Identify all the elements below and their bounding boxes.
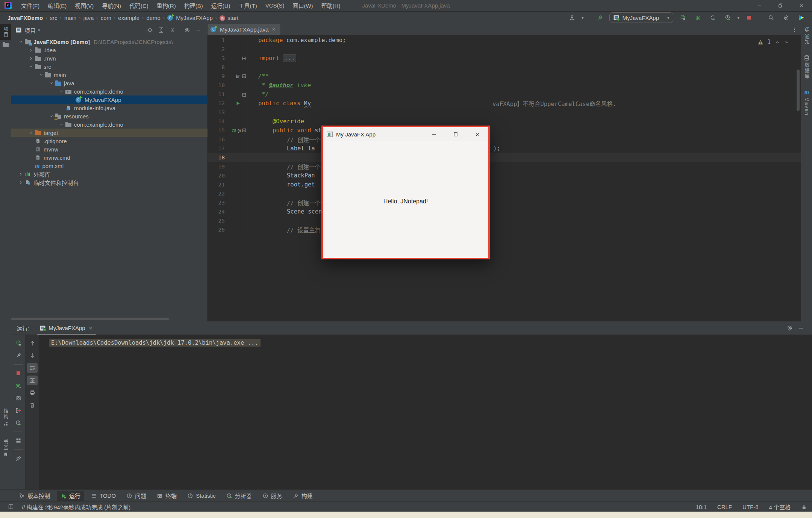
chevron-down-icon[interactable] — [57, 122, 65, 127]
tree-item-com.example.demo[interactable]: com.example.demo — [11, 87, 208, 95]
close-icon[interactable] — [88, 326, 93, 330]
more-vert-icon[interactable] — [788, 24, 801, 35]
stripe-button-通知[interactable]: 通知 — [801, 24, 812, 47]
tree-item-.idea[interactable]: .idea — [11, 46, 208, 54]
coverage-icon[interactable] — [707, 13, 718, 23]
colorful-play-icon[interactable] — [795, 13, 807, 23]
tree-item-com.example.demo[interactable]: com.example.demo — [11, 120, 208, 129]
tool-window-switcher-icon[interactable] — [5, 502, 17, 512]
tree-item-java[interactable]: java — [11, 79, 208, 87]
tool-window-button-问题[interactable]: 问题 — [123, 491, 150, 501]
line-ending[interactable]: CRLF — [717, 504, 732, 510]
menu-item-R[interactable]: 重构(R) — [153, 0, 180, 11]
fold-marker[interactable] — [241, 90, 247, 99]
gear-icon[interactable] — [784, 323, 795, 333]
breadcrumb-item[interactable]: com — [99, 15, 113, 21]
arrow-up-icon[interactable] — [27, 338, 38, 348]
menu-item-W[interactable]: 窗口(W) — [288, 0, 317, 11]
chevron-down-icon[interactable]: ▾ — [737, 15, 739, 20]
stop-icon[interactable] — [743, 13, 754, 23]
chevron-down-icon[interactable]: ▾ — [38, 28, 40, 33]
chevron-right-icon[interactable] — [27, 48, 35, 53]
layout-icon[interactable] — [13, 436, 24, 445]
collapse-all-icon[interactable] — [167, 25, 178, 35]
tool-window-button-运行[interactable]: 运行 — [57, 491, 84, 501]
maximize-icon[interactable] — [445, 127, 467, 141]
chevron-right-icon[interactable] — [27, 56, 35, 61]
fold-marker[interactable] — [241, 54, 247, 63]
fold-marker[interactable] — [241, 126, 247, 135]
chevron-right-icon[interactable] — [17, 180, 25, 185]
restore-icon[interactable] — [770, 0, 791, 11]
minimize-icon[interactable] — [423, 127, 445, 141]
tree-item-JavaFXDemo[interactable]: JavaFXDemo [Demo]D:\IDEAProjects\JCNCPro… — [11, 38, 208, 46]
chevron-right-icon[interactable] — [17, 172, 25, 177]
stripe-button-结构[interactable]: 结构 — [0, 406, 11, 429]
chevron-down-icon[interactable] — [47, 114, 55, 119]
fold-marker[interactable] — [241, 72, 247, 81]
chevron-down-icon[interactable] — [47, 81, 55, 86]
menu-item-E[interactable]: 编辑(E) — [44, 0, 71, 11]
run-config-combo[interactable]: MyJavaFXApp▾ — [609, 12, 673, 23]
code-view[interactable]: 1 1package com.example.demo;23import ...… — [208, 36, 801, 321]
menu-item-C[interactable]: 代码(C) — [125, 0, 153, 11]
camera-icon[interactable] — [13, 393, 24, 403]
tab-myjavafxapp[interactable]: C MyJavaFXApp.java — [208, 24, 280, 35]
trash-icon[interactable] — [27, 400, 38, 410]
unlock-icon[interactable] — [801, 504, 807, 510]
menu-item-V[interactable]: 视图(V) — [71, 0, 98, 11]
profiler-icon[interactable] — [722, 13, 733, 23]
print-icon[interactable] — [27, 388, 38, 398]
stripe-button-书签[interactable]: 书签 — [0, 437, 11, 459]
expand-all-icon[interactable] — [156, 25, 167, 35]
gear-icon[interactable] — [182, 25, 193, 35]
close-icon[interactable] — [791, 0, 812, 11]
arrow-down-icon[interactable] — [27, 351, 38, 360]
user-icon[interactable] — [567, 13, 578, 23]
tool-window-button-服务[interactable]: 服务 — [259, 491, 286, 501]
breadcrumb-item[interactable]: example — [117, 15, 141, 21]
chevron-right-icon[interactable] — [27, 130, 35, 135]
tool-window-button-Statistic[interactable]: Statistic — [183, 491, 220, 501]
breadcrumb-item[interactable]: JavaFXDemo — [6, 15, 44, 21]
run-gutter-icon[interactable] — [235, 101, 241, 106]
rerun-icon[interactable] — [13, 338, 24, 348]
minimize-icon[interactable] — [749, 0, 770, 11]
breadcrumb-item[interactable]: src — [48, 15, 59, 21]
tool-window-button-分析器[interactable]: 分析器 — [223, 491, 256, 501]
tree-item-[interactable]: 外部库 — [11, 170, 208, 178]
menu-item-B[interactable]: 构建(B) — [180, 0, 207, 11]
tree-item-target[interactable]: target — [11, 129, 208, 137]
tree-item-[interactable]: 临时文件和控制台 — [11, 178, 208, 186]
breadcrumb-item[interactable]: main — [63, 15, 78, 21]
menu-item-N[interactable]: 导航(N) — [98, 0, 125, 11]
menu-item-VCSS[interactable]: VCS(S) — [261, 0, 289, 11]
chevron-down-icon[interactable]: ▾ — [582, 15, 584, 20]
rerun-icon[interactable] — [677, 13, 688, 23]
tree-item-.mvn[interactable]: .mvn — [11, 54, 208, 62]
tree-item-moduleinfo.java[interactable]: Jmodule-info.java — [11, 104, 208, 112]
stripe-button-项目[interactable]: 项目 — [0, 24, 11, 40]
profiler-icon[interactable] — [13, 418, 24, 428]
chevron-down-icon[interactable] — [17, 39, 25, 44]
menu-item-H[interactable]: 帮助(H) — [317, 0, 345, 11]
debug-icon[interactable] — [692, 13, 703, 23]
javafx-title-bar[interactable]: My JavaFX App — [323, 127, 488, 141]
menu-item-F[interactable]: 文件(F) — [17, 0, 44, 11]
breadcrumb-class-item[interactable]: CMyJavaFXApp — [166, 15, 214, 21]
stripe-button-favorites[interactable] — [0, 40, 11, 49]
locate-icon[interactable] — [144, 25, 156, 35]
tree-item-MyJavaFXApp[interactable]: CMyJavaFXApp — [11, 95, 208, 104]
scroll-end-icon[interactable] — [27, 376, 38, 385]
chevron-down-icon[interactable] — [37, 73, 45, 77]
tool-window-button-版本控制[interactable]: 版本控制 — [15, 491, 54, 501]
tree-item-mvnw[interactable]: mvnw — [11, 145, 208, 153]
project-panel-title[interactable]: 项目 — [24, 26, 36, 34]
chevron-down-icon[interactable] — [57, 89, 65, 94]
breadcrumb-item[interactable]: demo — [145, 15, 162, 21]
exit-icon[interactable] — [13, 406, 24, 415]
tree-item-pom.xml[interactable]: mpom.xml — [11, 162, 208, 170]
debug-rerun-icon[interactable] — [13, 381, 24, 391]
chevron-down-icon[interactable] — [27, 64, 35, 69]
hide-panel-icon[interactable] — [795, 323, 807, 333]
